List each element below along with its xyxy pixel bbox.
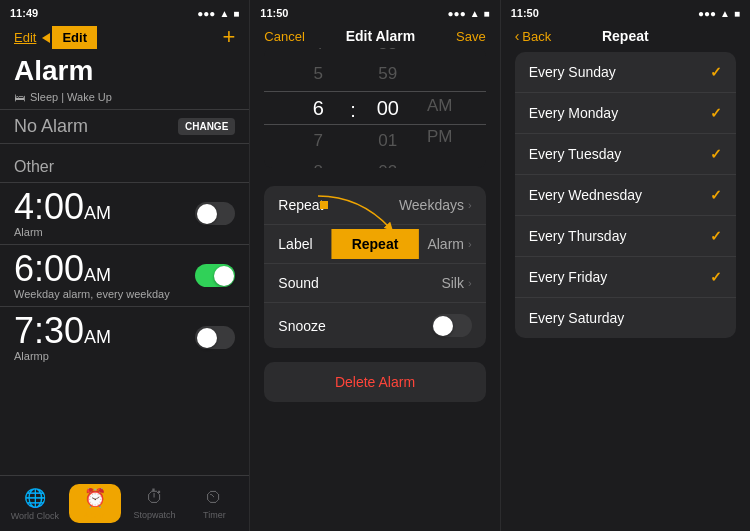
- battery-icon-3: ■: [734, 8, 740, 19]
- alarm-toggle-3[interactable]: [195, 326, 235, 349]
- status-bar-3: 11:50 ●●● ▲ ■: [501, 0, 750, 22]
- label-value-text: Alarm: [427, 236, 464, 252]
- pm-item: PM: [418, 122, 462, 153]
- repeat-chevron: ›: [468, 199, 472, 211]
- panel3-nav: ‹ Back Repeat: [501, 22, 750, 52]
- am-item: AM: [418, 91, 462, 122]
- delete-alarm-button[interactable]: Delete Alarm: [264, 362, 485, 402]
- minute-picker-col[interactable]: 58 59 00 01 02: [358, 48, 418, 168]
- friday-checkmark: ✓: [710, 269, 722, 285]
- repeat-title: Repeat: [602, 28, 649, 44]
- panel1-header: Edit Edit +: [0, 22, 249, 55]
- signal-icon-3: ●●●: [698, 8, 716, 19]
- hour-item-5: 5: [288, 59, 348, 90]
- repeat-sunday-row[interactable]: Every Sunday ✓: [515, 52, 736, 93]
- hour-picker-col[interactable]: 4 5 6 7 8: [288, 48, 348, 168]
- repeat-value-text: Weekdays: [399, 197, 464, 213]
- label-chevron: ›: [468, 238, 472, 250]
- bottom-nav: 🌐 World Clock ⏰ Alarm ⏱ Stopwatch ⏲ Time…: [0, 475, 249, 531]
- thursday-checkmark: ✓: [710, 228, 722, 244]
- add-alarm-button[interactable]: +: [222, 26, 235, 48]
- stopwatch-label: Stopwatch: [134, 510, 176, 520]
- status-bar-2: 11:50 ●●● ▲ ■: [250, 0, 499, 22]
- nav-stopwatch[interactable]: ⏱ Stopwatch: [125, 487, 185, 520]
- signal-icon: ●●●: [197, 8, 215, 19]
- alarm-item-2[interactable]: 6:00AM Weekday alarm, every weekday: [0, 244, 249, 306]
- label-value: Alarm ›: [427, 236, 471, 252]
- hour-item-8: 8: [288, 157, 348, 168]
- cancel-button[interactable]: Cancel: [264, 29, 304, 44]
- sound-value: Silk ›: [441, 275, 471, 291]
- alarm-time-1: 4:00AM: [14, 189, 111, 225]
- alarm-sub-2: Weekday alarm, every weekday: [14, 288, 170, 300]
- alarm-nav-label: Alarm: [83, 510, 107, 520]
- sleep-wakup-row: 🛏 Sleep | Wake Up: [0, 89, 249, 109]
- hour-item-7: 7: [288, 126, 348, 157]
- edit-annotation-box: Edit: [52, 26, 97, 49]
- nav-timer[interactable]: ⏲ Timer: [184, 487, 244, 520]
- edit-alarm-title: Edit Alarm: [346, 28, 416, 44]
- sound-row[interactable]: Sound Silk ›: [264, 264, 485, 303]
- sound-value-text: Silk: [441, 275, 464, 291]
- wifi-icon-3: ▲: [720, 8, 730, 19]
- snooze-toggle[interactable]: [432, 314, 472, 337]
- time-picker[interactable]: 4 5 6 7 8 : 58 59 00 01 02 AM PM: [264, 48, 485, 168]
- no-alarm-row: No Alarm CHANGE: [0, 109, 249, 144]
- status-time-1: 11:49: [10, 7, 38, 19]
- minute-item-58: 58: [358, 48, 418, 59]
- change-button[interactable]: CHANGE: [178, 118, 235, 135]
- alarm-item-1[interactable]: 4:00AM Alarm: [0, 182, 249, 244]
- status-time-3: 11:50: [511, 7, 539, 19]
- minute-item-01: 01: [358, 126, 418, 157]
- status-icons-3: ●●● ▲ ■: [698, 8, 740, 19]
- label-row[interactable]: Label Alarm › Repeat: [264, 225, 485, 264]
- monday-label: Every Monday: [529, 105, 618, 121]
- repeat-saturday-row[interactable]: Every Saturday ✓: [515, 298, 736, 338]
- sleep-label: Sleep | Wake Up: [30, 91, 112, 103]
- repeat-wednesday-row[interactable]: Every Wednesday ✓: [515, 175, 736, 216]
- repeat-tuesday-row[interactable]: Every Tuesday ✓: [515, 134, 736, 175]
- stopwatch-icon: ⏱: [146, 487, 164, 508]
- friday-label: Every Friday: [529, 269, 608, 285]
- back-button[interactable]: ‹ Back: [515, 28, 552, 44]
- minute-item-02: 02: [358, 157, 418, 168]
- monday-checkmark: ✓: [710, 105, 722, 121]
- thursday-label: Every Thursday: [529, 228, 627, 244]
- status-icons-1: ●●● ▲ ■: [197, 8, 239, 19]
- alarm-toggle-2[interactable]: [195, 264, 235, 287]
- save-button[interactable]: Save: [456, 29, 486, 44]
- repeat-friday-row[interactable]: Every Friday ✓: [515, 257, 736, 298]
- snooze-row[interactable]: Snooze: [264, 303, 485, 348]
- repeat-row[interactable]: Repeat Weekdays ›: [264, 186, 485, 225]
- timer-icon: ⏲: [205, 487, 223, 508]
- repeat-monday-row[interactable]: Every Monday ✓: [515, 93, 736, 134]
- bed-icon: 🛏: [14, 91, 25, 103]
- sound-chevron: ›: [468, 277, 472, 289]
- alarm-list-panel: 11:49 ●●● ▲ ■ Edit Edit + Alarm 🛏 Sleep …: [0, 0, 250, 531]
- wifi-icon-2: ▲: [470, 8, 480, 19]
- repeat-days-list: Every Sunday ✓ Every Monday ✓ Every Tues…: [515, 52, 736, 338]
- alarm-item-3[interactable]: 7:30AM Alarmp: [0, 306, 249, 368]
- world-clock-label: World Clock: [11, 511, 59, 521]
- minute-item-59: 59: [358, 59, 418, 90]
- wednesday-label: Every Wednesday: [529, 187, 642, 203]
- edit-button[interactable]: Edit: [14, 30, 36, 45]
- repeat-thursday-row[interactable]: Every Thursday ✓: [515, 216, 736, 257]
- nav-world-clock[interactable]: 🌐 World Clock: [5, 487, 65, 521]
- page-title: Alarm: [0, 55, 249, 89]
- alarm-sub-1: Alarm: [14, 226, 111, 238]
- back-chevron-icon: ‹: [515, 28, 520, 44]
- battery-icon-2: ■: [484, 8, 490, 19]
- nav-alarm[interactable]: ⏰ Alarm: [65, 484, 125, 523]
- alarm-toggle-1[interactable]: [195, 202, 235, 225]
- ampm-picker-col[interactable]: AM PM: [418, 48, 462, 168]
- other-section-label: Other: [0, 154, 249, 182]
- status-bar-1: 11:49 ●●● ▲ ■: [0, 0, 249, 22]
- repeat-label: Repeat: [278, 197, 323, 213]
- panel2-nav: Cancel Edit Alarm Save: [250, 22, 499, 48]
- edit-alarm-panel: 11:50 ●●● ▲ ■ Cancel Edit Alarm Save 4 5…: [250, 0, 500, 531]
- status-icons-2: ●●● ▲ ■: [448, 8, 490, 19]
- status-time-2: 11:50: [260, 7, 288, 19]
- back-label: Back: [522, 29, 551, 44]
- alarm-time-3: 7:30AM: [14, 313, 111, 349]
